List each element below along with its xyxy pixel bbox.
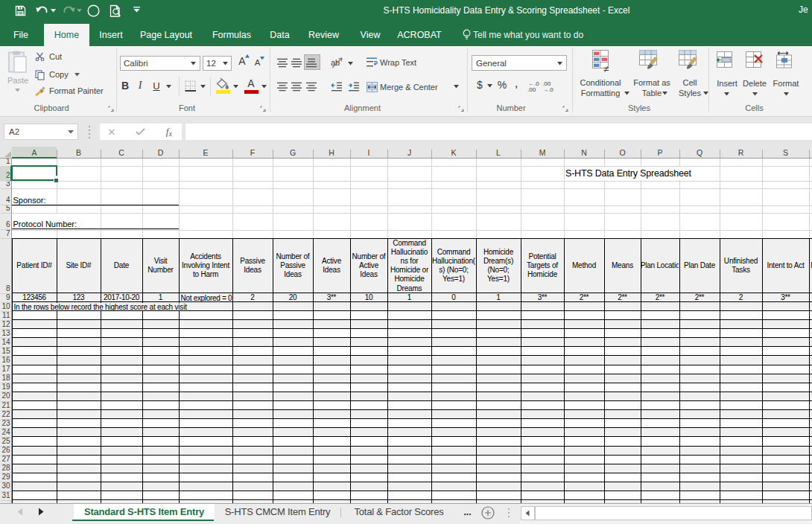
svg-text:.00: .00 bbox=[527, 86, 536, 93]
svg-text:→.0: →.0 bbox=[542, 86, 554, 93]
svg-text:ab: ab bbox=[331, 58, 340, 67]
svg-text:≠: ≠ bbox=[603, 63, 609, 74]
